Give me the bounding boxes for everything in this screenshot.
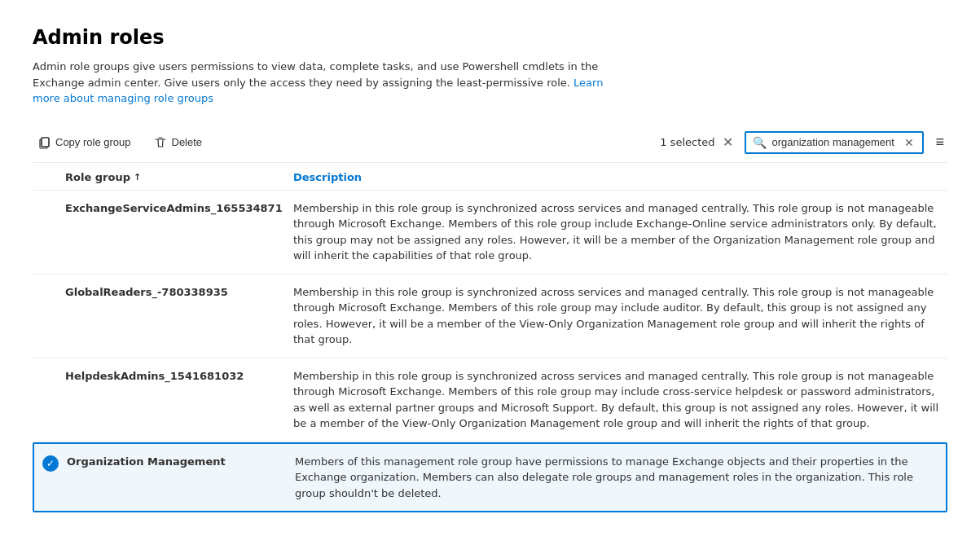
search-box: 🔍 ✕ [745,131,924,154]
delete-icon [154,136,167,149]
row-description: Membership in this role group is synchro… [293,368,947,432]
table-body: ExchangeServiceAdmins_165534871Membershi… [33,191,947,513]
page-description: Admin role groups give users permissions… [33,59,619,107]
toolbar-right: 1 selected ✕ 🔍 ✕ ≡ [660,131,947,154]
table-row[interactable]: ✓Organization ManagementMembers of this … [33,442,947,513]
table-row[interactable]: GlobalReaders_-780338935Membership in th… [33,275,947,358]
row-description: Membership in this role group is synchro… [293,200,947,264]
delete-label: Delete [172,136,203,148]
copy-role-group-button[interactable]: Copy role group [33,133,136,152]
copy-label: Copy role group [55,136,131,148]
clear-selection-button[interactable]: ✕ [719,134,736,151]
row-name: GlobalReaders_-780338935 [65,284,293,298]
row-name: HelpdeskAdmins_1541681032 [65,368,293,382]
search-clear-button[interactable]: ✕ [903,137,916,148]
row-checkbox [33,368,65,370]
row-name: ExchangeServiceAdmins_165534871 [65,200,293,214]
search-icon: 🔍 [753,136,767,149]
copy-icon [37,136,51,149]
table-row[interactable]: ExchangeServiceAdmins_165534871Membershi… [33,191,947,275]
col-header-description: Description [293,171,947,183]
check-circle-icon: ✓ [42,455,59,472]
row-checkbox [33,284,65,286]
delete-button[interactable]: Delete [149,133,208,152]
selected-count: 1 selected ✕ [660,134,736,151]
row-name: Organization Management [67,454,295,468]
col-header-role-group: Role group ↑ [65,171,293,183]
col-header-checkbox [33,171,65,183]
row-description: Membership in this role group is synchro… [293,284,947,348]
table-header: Role group ↑ Description [33,163,947,191]
page-title: Admin roles [33,26,947,49]
row-checkbox: ✓ [34,454,67,472]
toolbar-left: Copy role group Delete [33,133,207,152]
toolbar: Copy role group Delete 1 selected ✕ 🔍 ✕ … [33,123,947,163]
search-input[interactable] [771,136,898,148]
filter-button[interactable]: ≡ [932,132,947,152]
row-checkbox [33,200,65,202]
table-container: Role group ↑ Description ExchangeService… [33,163,947,513]
svg-rect-1 [42,138,49,147]
table-row[interactable]: HelpdeskAdmins_1541681032Membership in t… [33,358,947,442]
row-description: Members of this management role group ha… [295,454,946,502]
sort-arrow-icon: ↑ [134,172,141,182]
